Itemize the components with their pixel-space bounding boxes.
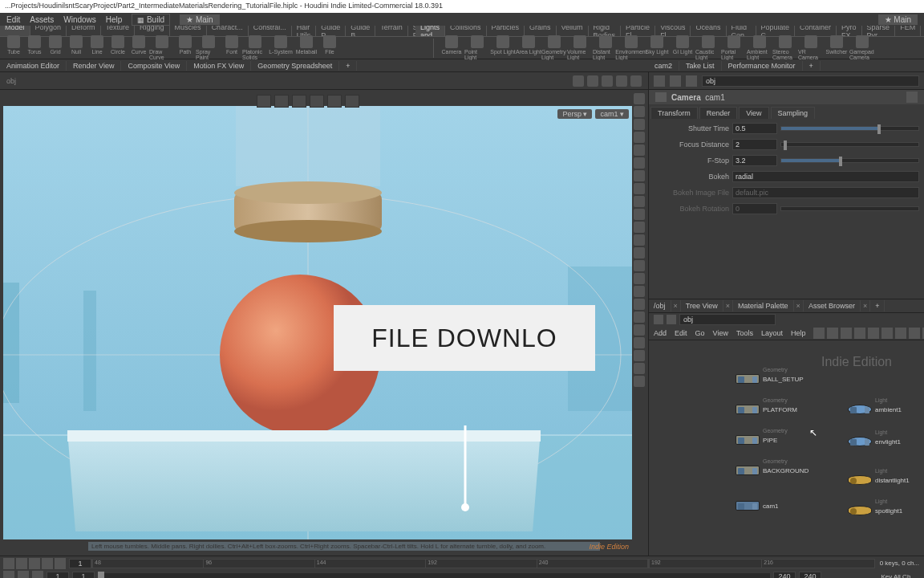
tool-null[interactable]: Null [66,35,87,60]
scrub-btn[interactable] [18,571,29,578]
prev-key-button[interactable] [42,558,53,569]
tool-metaball[interactable]: Metaball [294,35,319,60]
tool-grid[interactable]: Grid [45,35,66,60]
pane-tab-perf-monitor[interactable]: Performance Monitor [722,61,803,71]
param-focus-input[interactable] [732,139,777,150]
tool-path[interactable]: Path [175,35,196,60]
node-ball-setup[interactable]: Geometry BALL_SETUP [736,374,804,384]
vp-tool-select[interactable] [257,95,271,108]
timeline-current-frame[interactable]: 1 [69,559,91,568]
pane-tab-render-view[interactable]: Render View [67,61,121,71]
vp-rtool[interactable] [634,183,645,194]
param-node-name[interactable]: cam1 [705,93,724,102]
vp-icon-opts[interactable] [630,75,642,87]
node-platform[interactable]: Geometry PLATFORM [736,405,797,414]
node-cam1[interactable]: cam1 [736,501,779,511]
menu-windows[interactable]: Windows [63,15,96,24]
pane-tab-add[interactable]: + [339,61,357,71]
tool-line[interactable]: Line [87,35,107,60]
scrub-btn[interactable] [3,571,14,578]
tool-curve[interactable]: Curve [128,35,149,60]
vp-rtool[interactable] [634,337,645,348]
vp-rtool[interactable] [634,350,645,361]
tool-point-light[interactable]: Point Light [464,35,490,60]
node-spotlight1[interactable]: Light spotlight1 [848,506,902,515]
net-icon[interactable] [813,328,825,339]
vp-rtool[interactable] [634,247,645,258]
param-tab-render[interactable]: Render [699,107,738,119]
tool-caustic-light[interactable]: Caustic Light [695,35,721,60]
vp-rtool[interactable] [634,234,645,246]
vp-rtool[interactable] [634,222,645,233]
viewport-layout-dropdown[interactable]: Persp ▾ [557,109,592,119]
vp-rtool[interactable] [634,286,645,297]
vp-rtool[interactable] [634,132,645,143]
tool-env-light[interactable]: Environment Light [618,35,644,60]
play-fwd-button[interactable] [16,558,27,569]
param-tab-sampling[interactable]: Sampling [771,107,816,119]
scrub-btn[interactable] [32,571,43,578]
pane-tab-anim-editor[interactable]: Animation Editor [0,61,67,71]
tool-tube[interactable]: Tube [3,35,24,60]
vp-rtool[interactable] [634,311,645,323]
tool-stereo-cam[interactable]: Stereo Camera [772,35,798,60]
vp-rtool[interactable] [634,209,645,220]
range-end2[interactable]: 240 [799,572,821,578]
net-tab-matpalette[interactable]: Material Palette [733,300,794,311]
vp-rtool[interactable] [634,93,645,104]
tool-draw-curve[interactable]: Draw Curve [149,35,175,60]
node-distantlight1[interactable]: Light distantlight1 [848,475,910,485]
net-icon[interactable] [895,328,906,339]
node-ambient1[interactable]: Light ambient1 [848,405,902,414]
tool-distant-light[interactable]: Distant Light [593,35,618,60]
pane-tab-take-list[interactable]: Take List [679,61,722,71]
close-icon[interactable]: × [861,300,870,311]
vp-tool-more[interactable] [345,95,359,108]
net-menu-view[interactable]: View [713,329,728,337]
net-icon[interactable] [909,328,920,339]
net-menu-help[interactable]: Help [791,329,806,337]
vp-tool-snap[interactable] [327,95,342,108]
node-pipe[interactable]: Geometry PIPE [736,435,777,445]
close-icon[interactable]: × [723,300,733,311]
net-menu-layout[interactable]: Layout [761,329,783,337]
vp-rtool[interactable] [634,324,645,336]
loop-button[interactable] [29,558,40,569]
network-path-field[interactable] [679,314,776,325]
tool-camera[interactable]: Camera [439,35,464,60]
net-menu-tools[interactable]: Tools [736,329,753,337]
nav-back-icon[interactable] [654,315,663,324]
next-key-button[interactable] [55,558,66,569]
net-tab-add[interactable]: + [870,300,885,311]
tool-area-light[interactable]: Area Light [516,35,541,60]
tool-vr-cam[interactable]: VR Camera [798,35,824,60]
param-bokeh-select[interactable] [732,171,919,182]
gear-icon[interactable] [906,92,918,103]
tool-lsystem[interactable]: L-System [268,35,294,60]
pane-tab-comp-view[interactable]: Composite View [121,61,187,71]
nav-fwd-icon[interactable] [670,75,681,87]
tool-geo-light[interactable]: Geometry Light [541,35,567,60]
tool-ambient-light[interactable]: Ambient Light [747,35,772,60]
close-icon[interactable]: × [671,300,681,311]
viewport-camera-dropdown[interactable]: cam1 ▾ [595,109,629,119]
vp-rtool[interactable] [634,196,645,207]
net-icon[interactable] [868,328,879,339]
tool-gamepad-cam[interactable]: Gamepad Camera [849,35,875,60]
tool-sky-light[interactable]: Sky Light [644,35,670,60]
net-tab-assetbrowser[interactable]: Asset Browser [804,300,861,311]
nav-home-icon[interactable] [686,75,697,87]
pane-tab-motion-fx[interactable]: Motion FX View [187,61,251,71]
tool-portal-light[interactable]: Portal Light [721,35,747,60]
play-button[interactable] [3,558,14,569]
tool-volume-light[interactable]: Volume Light [567,35,593,60]
nav-back-icon[interactable] [654,75,665,87]
param-fstop-input[interactable] [732,155,777,166]
range-start[interactable]: 1 [47,572,69,578]
net-menu-edit[interactable]: Edit [675,329,687,337]
vp-icon-pin[interactable] [573,75,584,87]
vp-tool-move[interactable] [274,95,289,108]
param-focus-slider[interactable] [780,142,919,147]
network-canvas[interactable]: Indie Edition Geometry BALL_SETUP Geomet… [649,340,924,556]
vp-rtool[interactable] [634,119,645,130]
